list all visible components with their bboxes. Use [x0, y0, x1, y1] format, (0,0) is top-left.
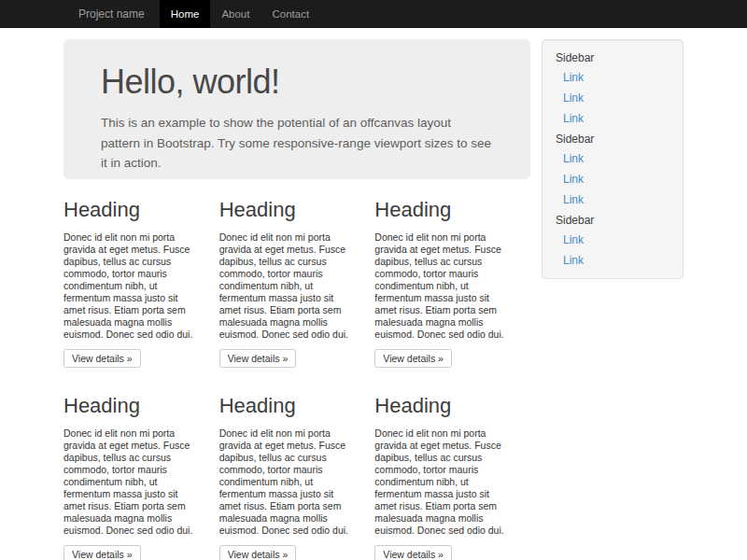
cards-row-2: Heading Donec id elit non mi porta gravi…	[63, 388, 530, 560]
sidebar-group-header: Sidebar	[556, 210, 669, 230]
navbar-brand[interactable]: Project name	[63, 0, 160, 28]
card-body: Donec id elit non mi porta gravida at eg…	[219, 231, 359, 341]
nav-item-contact[interactable]: Contact	[261, 0, 320, 28]
main-column: Hello, world! This is an example to show…	[63, 28, 530, 560]
card-body: Donec id elit non mi porta gravida at eg…	[374, 427, 514, 537]
sidebar-group-header: Sidebar	[556, 129, 669, 148]
sidebar-link[interactable]: Link	[556, 67, 669, 88]
card-body: Donec id elit non mi porta gravida at eg…	[63, 231, 203, 341]
sidebar-link[interactable]: Link	[556, 108, 669, 129]
view-details-button[interactable]: View details »	[219, 545, 297, 560]
navbar-inner: Project name Home About Contact	[63, 0, 747, 28]
card-heading: Heading	[219, 394, 359, 418]
view-details-button[interactable]: View details »	[219, 349, 297, 368]
navbar-nav: Home About Contact	[160, 0, 320, 28]
jumbotron-text: This is an example to show the potential…	[101, 113, 493, 174]
card-heading: Heading	[374, 394, 514, 418]
sidebar-link[interactable]: Link	[556, 230, 669, 250]
card-body: Donec id elit non mi porta gravida at eg…	[374, 231, 514, 341]
jumbotron-title: Hello, world!	[101, 63, 493, 102]
card: Heading Donec id elit non mi porta gravi…	[374, 388, 530, 560]
sidebar-link[interactable]: Link	[556, 148, 669, 169]
sidebar-group-header: Sidebar	[556, 48, 669, 67]
card: Heading Donec id elit non mi porta gravi…	[219, 388, 375, 560]
nav-item-home[interactable]: Home	[160, 0, 211, 28]
sidebar-link[interactable]: Link	[556, 169, 669, 189]
view-details-button[interactable]: View details »	[63, 349, 141, 368]
card-heading: Heading	[219, 198, 359, 222]
card-heading: Heading	[63, 198, 203, 222]
sidebar-link[interactable]: Link	[556, 250, 669, 271]
view-details-button[interactable]: View details »	[63, 545, 141, 560]
sidebar-link[interactable]: Link	[556, 189, 669, 210]
sidebar-well: Sidebar Link Link Link Sidebar Link Link…	[542, 39, 684, 279]
jumbotron: Hello, world! This is an example to show…	[63, 39, 530, 179]
view-details-button[interactable]: View details »	[374, 349, 452, 368]
card: Heading Donec id elit non mi porta gravi…	[219, 192, 375, 368]
card-body: Donec id elit non mi porta gravida at eg…	[219, 427, 359, 537]
nav-item-about[interactable]: About	[210, 0, 261, 28]
cards-row-1: Heading Donec id elit non mi porta gravi…	[63, 192, 530, 368]
card-body: Donec id elit non mi porta gravida at eg…	[63, 427, 203, 537]
sidebar-link[interactable]: Link	[556, 88, 669, 108]
card-heading: Heading	[63, 394, 203, 418]
card: Heading Donec id elit non mi porta gravi…	[374, 192, 530, 368]
view-details-button[interactable]: View details »	[374, 545, 452, 560]
content-row: Hello, world! This is an example to show…	[63, 28, 684, 560]
card-heading: Heading	[374, 198, 514, 222]
page-container: Hello, world! This is an example to show…	[63, 28, 684, 560]
navbar: Project name Home About Contact	[0, 0, 747, 28]
sidebar: Sidebar Link Link Link Sidebar Link Link…	[530, 39, 684, 560]
card: Heading Donec id elit non mi porta gravi…	[63, 388, 219, 560]
card: Heading Donec id elit non mi porta gravi…	[63, 192, 219, 368]
